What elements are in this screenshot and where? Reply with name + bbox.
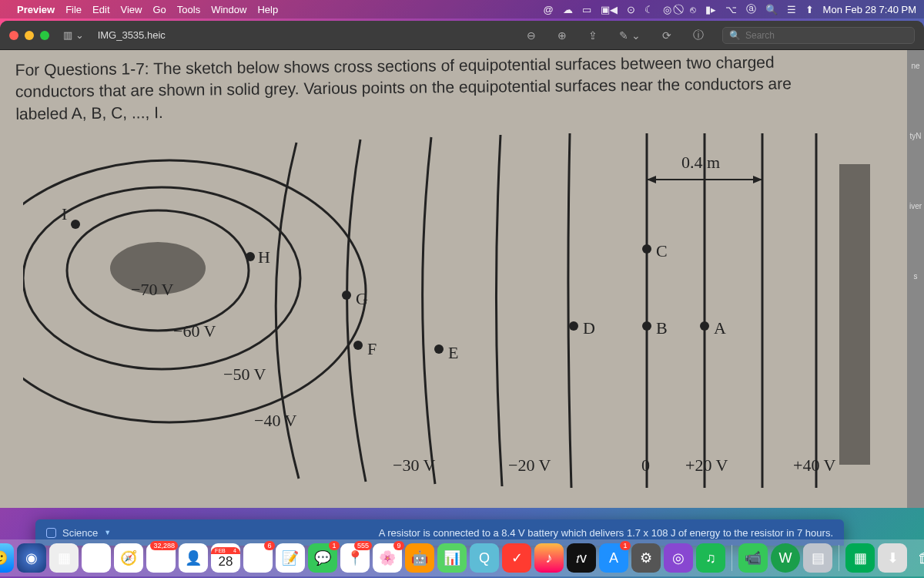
photos-icon[interactable]: 🌸9 [373,543,402,573]
svg-point-3 [23,160,366,422]
svg-marker-13 [753,176,762,183]
fullscreen-button[interactable] [40,31,49,40]
settings-icon[interactable]: ⚙ [631,543,661,573]
control-center-icon[interactable]: ☰ [787,4,796,15]
menu-view[interactable]: View [121,4,142,15]
svg-point-31 [434,344,444,354]
sidebar-toggle-icon[interactable]: ▥ ⌄ [63,29,84,41]
messages-icon[interactable]: 💬1 [308,543,337,573]
svg-point-37 [642,244,651,254]
at-icon[interactable]: @ [543,4,553,15]
trash-icon[interactable]: 🗑 [910,543,924,573]
svg-rect-8 [839,164,870,465]
reminders-icon[interactable]: ☑6 [243,543,273,573]
automator-icon[interactable]: 🤖 [405,543,434,573]
share-icon[interactable]: ⇪ [588,29,598,42]
battery-icon[interactable]: ▮▸ [705,4,716,15]
info-icon[interactable]: ⓘ [693,29,704,42]
svg-text:+20 V: +20 V [685,455,728,475]
rotate-icon[interactable]: ⟳ [662,29,671,42]
display-icon[interactable]: ▭ [582,4,591,15]
zoom-in-icon[interactable]: ⊕ [557,29,567,42]
safari-icon[interactable]: 🧭 [114,543,143,573]
spotify-icon[interactable]: ♫ [696,543,725,573]
camera-icon[interactable]: ▣◀ [601,4,618,15]
dock: 🙂 ◉ ▦ ◯ 🧭 ✉32,288 👤 FEB4 28 ☑6 📝 💬1 📍555… [0,539,924,576]
maps-icon[interactable]: 📍555 [340,543,370,573]
svg-text:I: I [62,204,67,223]
appletv-icon[interactable]: 𝑡v [567,543,596,573]
svg-text:H: H [258,247,270,267]
svg-text:G: G [356,289,368,308]
fingerprint-icon[interactable]: ◎ [663,4,671,15]
moon-icon[interactable]: ☾ [644,4,654,15]
preview-window: ▥ ⌄ IMG_3535.heic ⊖ ⊕ ⇪ ✎ ⌄ ⟳ ⓘ 🔍 For Qu… [0,21,924,508]
bluetooth-icon[interactable]: ⎋ [690,4,696,15]
finder-icon[interactable]: 🙂 [0,543,14,573]
close-button[interactable] [9,31,18,40]
svg-marker-12 [647,176,656,183]
downloads-icon[interactable]: ⬇ [878,543,907,573]
notes-icon[interactable]: 📝 [276,543,305,573]
image-content: For Questions 1-7: The sketch below show… [0,50,924,508]
scale-label: 0.4 m [681,153,720,172]
siri-icon[interactable]: ◉ [17,543,46,573]
menu-tools[interactable]: Tools [177,4,200,15]
launchpad-icon[interactable]: ▦ [49,543,79,573]
svg-text:−50 V: −50 V [223,365,266,384]
svg-point-23 [71,220,80,229]
calendar-icon[interactable]: FEB4 28 [211,543,240,573]
facetime-icon[interactable]: 📹 [738,543,768,573]
svg-point-39 [700,321,709,331]
chrome-icon[interactable]: ◯ [82,543,111,573]
svg-text:C: C [656,241,668,260]
card-answer: A resistor is connected to a 8.4 V batte… [379,527,833,539]
wifi-icon[interactable]: ⌥ [725,4,737,15]
spotlight-icon[interactable]: 🔍 [765,4,778,15]
contacts-icon[interactable]: 👤 [179,543,208,573]
search-field[interactable]: 🔍 [722,27,915,44]
menubar: Preview File Edit View Go Tools Window H… [0,0,924,18]
checkbox[interactable] [46,528,56,538]
quizlet-icon[interactable]: Q [470,543,499,573]
menu-window[interactable]: Window [211,4,246,15]
stocks-icon[interactable]: 📊 [437,543,467,573]
appstore-icon[interactable]: A1 [599,543,628,573]
markup-icon[interactable]: ✎ ⌄ [619,29,641,42]
user-icon[interactable]: ⓐ [746,2,756,16]
mail-icon[interactable]: ✉32,288 [146,543,176,573]
svg-point-27 [342,291,351,300]
menu-edit[interactable]: Edit [92,4,109,15]
svg-text:A: A [714,318,726,338]
minimize-button[interactable] [25,31,34,40]
svg-text:−70 V: −70 V [131,280,174,299]
music-icon[interactable]: ♪ [534,543,564,573]
zoom-out-icon[interactable]: ⊖ [527,29,536,42]
cloud-icon[interactable]: ☁ [563,4,573,15]
svg-text:+40 V: +40 V [793,455,836,475]
todoist-icon[interactable]: ✓ [502,543,531,573]
svg-text:D: D [583,318,595,338]
clock[interactable]: Mon Feb 28 7:40 PM [823,4,916,15]
search-input[interactable] [745,30,908,41]
numbers-doc-icon[interactable]: ▦ [845,543,875,573]
svg-text:B: B [656,318,668,338]
svg-text:−40 V: −40 V [254,411,297,430]
svg-point-33 [569,321,578,331]
menu-help[interactable]: Help [257,4,278,15]
svg-text:F: F [367,339,377,358]
svg-text:−20 V: −20 V [508,455,551,475]
svg-point-25 [246,252,255,261]
webex-icon[interactable]: W [771,543,800,573]
app-name[interactable]: Preview [17,4,55,15]
menu-go[interactable]: Go [152,4,166,15]
podcasts-icon[interactable]: ◎ [664,543,693,573]
question-text: For Questions 1-7: The sketch below show… [15,50,902,125]
chevron-down-icon[interactable]: ▼ [104,529,111,536]
amphetamine-icon[interactable]: ⬆ [805,4,814,15]
equipotential-diagram: 0.4 m −70 V −60 V −50 V −40 V −30 V −20 … [23,133,886,488]
play-icon[interactable]: ⊙ [627,4,635,15]
preview-doc-icon[interactable]: ▤ [803,543,832,573]
svg-text:−30 V: −30 V [393,455,436,475]
menu-file[interactable]: File [65,4,82,15]
